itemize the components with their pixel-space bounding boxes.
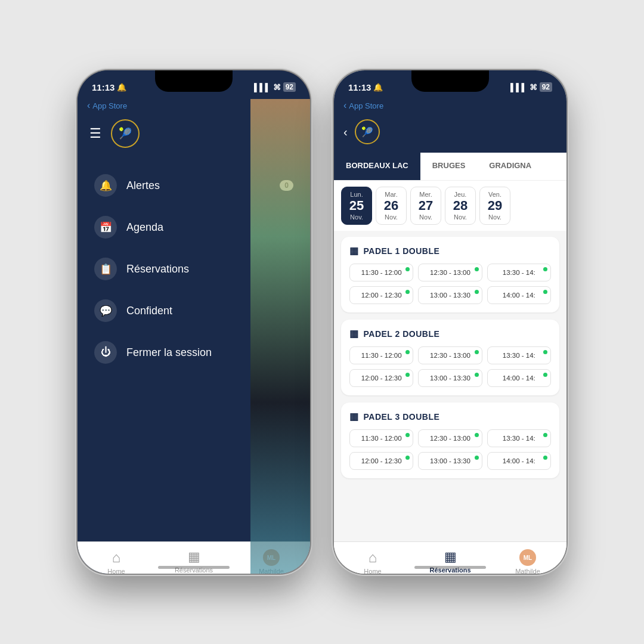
nav-reservations-2[interactable]: ▦ Réservations: [411, 547, 489, 574]
date-26[interactable]: Mar. 26 Nov.: [376, 187, 407, 225]
home-icon-1: ⌂: [112, 549, 121, 566]
reservations-nav-icon-1: ▦: [188, 549, 200, 565]
wifi-2: ⌘: [530, 83, 537, 92]
court-padel3: ▦ PADEL 3 DOUBLE 11:30 - 12:00 12:30 - 1…: [341, 402, 559, 478]
court-padel1: ▦ PADEL 1 DOUBLE 11:30 - 12:00 12:30 - 1…: [341, 237, 559, 312]
date-row: Lun. 25 Nov. Mar. 26 Nov. Mer. 27 Nov. J…: [334, 181, 566, 231]
slot-padel1-3[interactable]: 12:00 - 12:30: [349, 286, 413, 304]
slot-padel2-0[interactable]: 11:30 - 12:00: [349, 346, 413, 364]
bg-images: [250, 70, 310, 574]
month-3: Nov.: [454, 213, 467, 221]
court-icon-2: ▦: [349, 328, 359, 339]
court-padel2: ▦ PADEL 2 DOUBLE 11:30 - 12:00 12:30 - 1…: [341, 320, 559, 395]
courts-container: ▦ PADEL 1 DOUBLE 11:30 - 12:00 12:30 - 1…: [334, 231, 566, 541]
slot-padel3-1[interactable]: 12:30 - 13:00: [418, 429, 482, 447]
notch: [155, 70, 233, 92]
date-28[interactable]: Jeu. 28 Nov.: [445, 187, 476, 225]
confident-icon: 💬: [94, 299, 117, 322]
date-25[interactable]: Lun. 25 Nov.: [341, 187, 372, 225]
battery-1: 92: [283, 82, 296, 92]
bell-2: 🔔: [373, 83, 383, 92]
day-name-0: Lun.: [350, 191, 363, 198]
slot-padel2-3[interactable]: 12:00 - 12:30: [349, 369, 413, 387]
hamburger-icon[interactable]: ☰: [89, 126, 101, 141]
date-27[interactable]: Mer. 27 Nov.: [410, 187, 441, 225]
phone-1: 11:13 🔔 ▌▌▌ ⌘ 92 ‹ App Store ☰ 🎾 🔔 Alert…: [78, 70, 310, 574]
home-icon-2: ⌂: [369, 549, 377, 566]
signal-1: ▌▌▌: [254, 83, 271, 92]
location-tabs: BORDEAUX LAC BRUGES GRADIGNA: [334, 153, 566, 181]
alertes-icon: 🔔: [94, 174, 117, 197]
signal-2: ▌▌▌: [510, 83, 527, 92]
day-num-3: 28: [453, 198, 467, 213]
day-num-0: 25: [349, 198, 364, 213]
bell-1: 🔔: [117, 83, 126, 92]
nav-profile-2[interactable]: ML Mathilde: [489, 547, 566, 574]
time-2: 11:13: [348, 82, 371, 92]
month-0: Nov.: [350, 213, 363, 221]
back-button[interactable]: ‹: [343, 125, 348, 139]
padel1-title: ▦ PADEL 1 DOUBLE: [349, 245, 551, 256]
appstore-label-1: App Store: [92, 101, 127, 110]
slot-padel1-0[interactable]: 11:30 - 12:00: [349, 264, 413, 281]
home-indicator-2: [414, 566, 486, 569]
padel3-slots: 11:30 - 12:00 12:30 - 13:00 13:30 - 14: …: [349, 429, 551, 470]
avatar-2: ML: [519, 549, 536, 566]
tab-bruges[interactable]: BRUGES: [420, 153, 478, 180]
day-name-4: Ven.: [488, 191, 501, 198]
home-label-2: Home: [364, 568, 381, 574]
month-1: Nov.: [385, 213, 398, 221]
slot-padel3-3[interactable]: 12:00 - 12:30: [349, 452, 413, 470]
slot-padel1-1[interactable]: 12:30 - 13:00: [418, 264, 482, 281]
home-indicator-1: [158, 566, 230, 569]
phone-2: 11:13 🔔 ▌▌▌ ⌘ 92 ‹ App Store ‹ 🎾 BORDEAU…: [334, 70, 566, 574]
day-name-2: Mer.: [419, 191, 432, 198]
court-icon-1: ▦: [349, 245, 359, 256]
reservations-nav-icon-2: ▦: [444, 549, 457, 565]
agenda-icon: 📅: [94, 216, 117, 239]
slot-padel2-1[interactable]: 12:30 - 13:00: [418, 346, 482, 364]
slot-padel2-4[interactable]: 13:00 - 13:30: [418, 369, 482, 387]
slot-padel1-5[interactable]: 14:00 - 14:: [487, 286, 551, 304]
month-4: Nov.: [488, 213, 501, 221]
profile-label-2: Mathilde: [515, 568, 540, 574]
slot-padel1-4[interactable]: 13:00 - 13:30: [418, 286, 482, 304]
slot-padel3-5[interactable]: 14:00 - 14:: [487, 452, 551, 470]
padel1-slots: 11:30 - 12:00 12:30 - 13:00 13:30 - 14: …: [349, 264, 551, 304]
nav-reservations-1[interactable]: ▦ Réservations: [155, 547, 233, 574]
phone1-screen: ☰ 🎾 🔔 Alertes 0 📅 Agenda 📋 Réservations …: [78, 114, 310, 574]
logo-1: 🎾: [111, 119, 140, 148]
slot-padel2-5[interactable]: 14:00 - 14:: [487, 369, 551, 387]
padel2-slots: 11:30 - 12:00 12:30 - 13:00 13:30 - 14: …: [349, 346, 551, 387]
fermer-icon: ⏻: [94, 341, 117, 364]
slot-padel1-2[interactable]: 13:30 - 14:: [487, 264, 551, 281]
home-label-1: Home: [107, 568, 125, 574]
day-num-4: 29: [488, 198, 502, 213]
padel3-title: ▦ PADEL 3 DOUBLE: [349, 411, 551, 422]
day-num-1: 26: [384, 198, 398, 213]
appstore-bar-2: ‹ App Store: [334, 99, 566, 114]
battery-2: 92: [540, 82, 552, 92]
nav-home-1[interactable]: ⌂ Home: [78, 547, 155, 574]
slot-padel2-2[interactable]: 13:30 - 14:: [487, 346, 551, 364]
alertes-label: Alertes: [126, 179, 270, 192]
tab-bordeaux-lac[interactable]: BORDEAUX LAC: [334, 153, 420, 180]
wifi-1: ⌘: [273, 83, 281, 92]
reservations-icon: 📋: [94, 258, 117, 280]
slot-padel3-2[interactable]: 13:30 - 14:: [487, 429, 551, 447]
notch-2: [411, 70, 489, 92]
month-2: Nov.: [419, 213, 432, 221]
slot-padel3-0[interactable]: 11:30 - 12:00: [349, 429, 413, 447]
logo-2: 🎾: [355, 119, 380, 144]
date-29[interactable]: Ven. 29 Nov.: [479, 187, 510, 225]
phone2-screen: ‹ 🎾 BORDEAUX LAC BRUGES GRADIGNA Lun. 25…: [334, 114, 566, 574]
phone2-header: ‹ 🎾: [334, 114, 566, 153]
nav-home-2[interactable]: ⌂ Home: [334, 547, 411, 574]
tab-gradigna[interactable]: GRADIGNA: [477, 153, 543, 180]
time-1: 11:13: [92, 82, 114, 92]
day-name-3: Jeu.: [454, 191, 467, 198]
slot-padel3-4[interactable]: 13:00 - 13:30: [418, 452, 482, 470]
padel2-title: ▦ PADEL 2 DOUBLE: [349, 328, 551, 339]
day-num-2: 27: [419, 198, 433, 213]
court-icon-3: ▦: [349, 411, 359, 422]
